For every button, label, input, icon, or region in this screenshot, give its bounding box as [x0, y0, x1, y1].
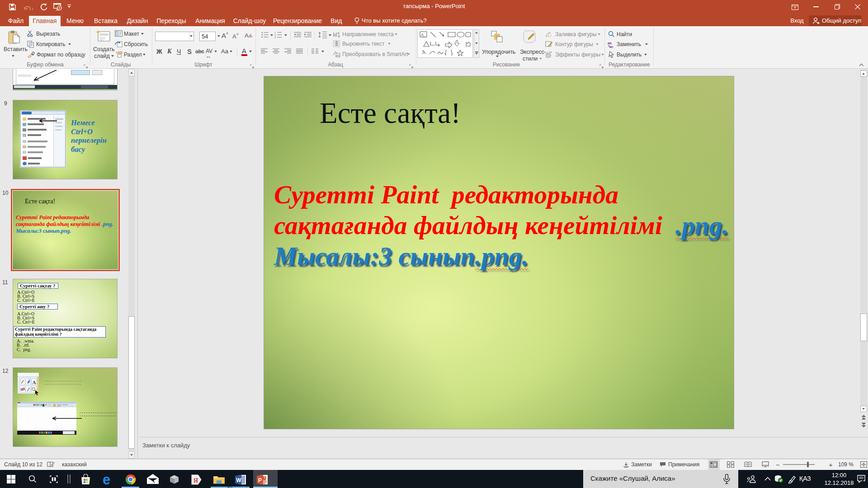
svg-text:e: e [103, 473, 110, 486]
svg-text:Я: Я [193, 477, 198, 484]
svg-text:ac: ac [609, 45, 613, 48]
svg-text:W: W [236, 477, 241, 483]
svg-text:P: P [258, 477, 262, 483]
svg-text:А: А [337, 31, 340, 35]
svg-text:A: A [245, 32, 249, 39]
svg-text:A: A [421, 33, 424, 37]
svg-text:A: A [33, 380, 36, 385]
svg-text:3: 3 [274, 36, 276, 38]
